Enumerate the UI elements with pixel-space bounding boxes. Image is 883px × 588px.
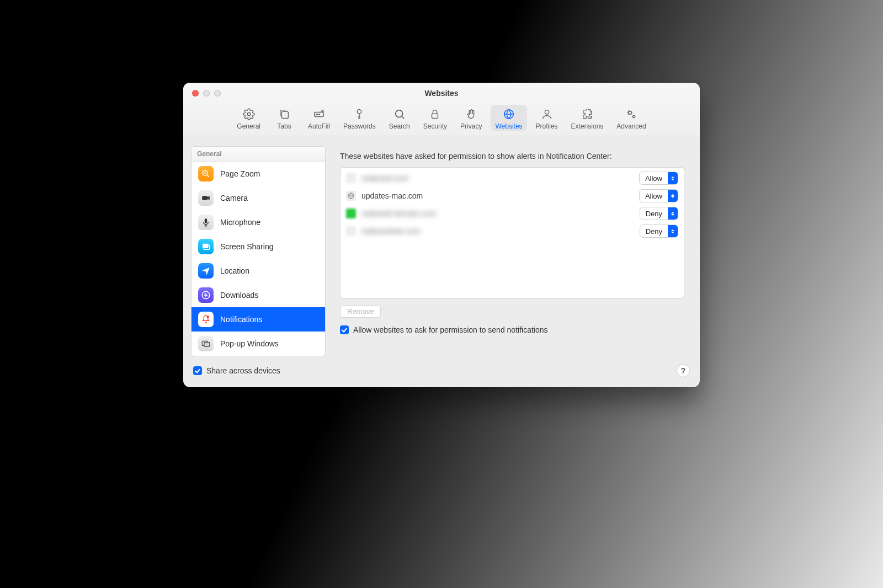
site-domain: redactedsite.com — [361, 227, 421, 236]
sidebar-item-label: Pop-up Windows — [220, 339, 279, 348]
tab-search[interactable]: Search — [385, 105, 414, 131]
permission-select[interactable]: Deny — [640, 207, 678, 220]
svg-point-0 — [247, 113, 251, 116]
site-favicon-icon — [346, 226, 356, 236]
sidebar-item-microphone[interactable]: Microphone — [192, 210, 325, 234]
tab-label: Profiles — [536, 122, 558, 130]
checkbox-checked-icon — [193, 366, 202, 375]
svg-point-19 — [207, 316, 210, 318]
svg-rect-21 — [204, 343, 210, 347]
location-icon — [198, 263, 214, 279]
svg-point-7 — [395, 110, 402, 117]
permission-value: Deny — [640, 227, 668, 236]
tab-advanced[interactable]: Advanced — [612, 105, 650, 131]
tab-security[interactable]: Security — [419, 105, 451, 131]
sidebar-item-downloads[interactable]: Downloads — [192, 283, 325, 307]
permission-select[interactable]: Deny — [640, 224, 678, 238]
tab-label: Security — [423, 122, 447, 130]
svg-point-5 — [319, 114, 320, 115]
permission-select[interactable]: Allow — [639, 172, 678, 185]
tab-label: AutoFill — [308, 122, 330, 130]
globe-favicon-icon — [346, 191, 356, 201]
permission-value: Allow — [640, 192, 668, 200]
share-across-devices-row[interactable]: Share across devices — [193, 366, 280, 375]
tab-privacy[interactable]: Privacy — [456, 105, 486, 131]
tab-general[interactable]: General — [232, 105, 265, 131]
tab-label: Passwords — [343, 122, 376, 130]
sidebar-item-label: Screen Sharing — [220, 242, 274, 251]
content-area: General Page Zoom Camera Microphone — [183, 136, 700, 364]
site-row[interactable]: updates-mac.com Allow — [344, 188, 680, 204]
sidebar-item-location[interactable]: Location — [192, 259, 325, 283]
sidebar-item-camera[interactable]: Camera — [192, 186, 325, 210]
svg-rect-15 — [205, 218, 208, 223]
sidebar-item-notifications[interactable]: Notifications — [192, 307, 325, 332]
tab-tabs[interactable]: Tabs — [269, 105, 299, 131]
svg-point-10 — [545, 110, 549, 114]
gear-icon — [242, 107, 256, 121]
permission-value: Allow — [640, 174, 668, 183]
globe-icon — [502, 107, 516, 121]
checkbox-label: Share across devices — [206, 366, 280, 375]
microphone-icon — [198, 215, 214, 230]
titlebar: Websites — [183, 83, 700, 104]
tab-autofill[interactable]: AutoFill — [304, 105, 334, 131]
sidebar-item-page-zoom[interactable]: Page Zoom — [192, 162, 325, 186]
settings-sidebar: General Page Zoom Camera Microphone — [191, 146, 326, 356]
title-area: Websites General Tabs AutoFill — [183, 83, 700, 136]
site-row[interactable]: redacted-domain.com Deny — [344, 205, 680, 222]
checkbox-label: Allow websites to ask for permission to … — [353, 325, 548, 334]
lock-icon — [428, 107, 442, 121]
chevron-updown-icon — [668, 225, 678, 237]
person-icon — [540, 107, 554, 121]
allow-ask-checkbox-row[interactable]: Allow websites to ask for permission to … — [340, 325, 684, 334]
checkbox-checked-icon — [340, 325, 349, 334]
footer: Share across devices ? — [183, 364, 700, 387]
pencil-icon — [312, 107, 326, 121]
notification-sites-list: redacted.com Allow updates-mac.com Allow — [340, 167, 684, 298]
window-title: Websites — [183, 89, 700, 98]
tab-passwords[interactable]: Passwords — [339, 105, 380, 131]
svg-rect-8 — [432, 114, 438, 118]
sidebar-item-label: Location — [220, 266, 249, 275]
site-row[interactable]: redactedsite.com Deny — [344, 223, 680, 239]
sidebar-item-label: Microphone — [220, 218, 260, 227]
svg-rect-14 — [202, 196, 208, 200]
tab-label: Search — [389, 122, 410, 130]
site-row[interactable]: redacted.com Allow — [344, 170, 680, 186]
preferences-window: Websites General Tabs AutoFill — [183, 83, 700, 387]
site-favicon-icon — [346, 173, 356, 183]
site-domain: redacted-domain.com — [361, 209, 436, 218]
site-domain: redacted.com — [361, 174, 408, 183]
search-icon — [392, 107, 407, 121]
hand-icon — [464, 107, 478, 121]
tab-label: Extensions — [571, 122, 604, 130]
chevron-updown-icon — [668, 207, 678, 220]
help-icon: ? — [681, 366, 686, 375]
sidebar-item-popup-windows[interactable]: Pop-up Windows — [192, 332, 325, 356]
key-icon — [352, 107, 366, 121]
chevron-updown-icon — [668, 190, 678, 202]
tab-label: Websites — [495, 122, 522, 130]
tab-label: Privacy — [460, 122, 482, 130]
panel-description: These websites have asked for permission… — [340, 152, 684, 161]
sidebar-item-label: Camera — [220, 194, 248, 202]
tab-websites[interactable]: Websites — [491, 105, 526, 131]
help-button[interactable]: ? — [677, 364, 690, 377]
svg-point-12 — [632, 115, 635, 117]
camera-icon — [198, 190, 214, 206]
remove-button[interactable]: Remove — [340, 305, 381, 318]
sidebar-section-header: General — [192, 147, 325, 162]
tab-label: General — [237, 122, 260, 130]
sidebar-item-screen-sharing[interactable]: Screen Sharing — [192, 234, 325, 259]
popup-icon — [198, 336, 214, 351]
sidebar-item-label: Page Zoom — [220, 169, 260, 178]
screen-sharing-icon — [198, 239, 214, 254]
below-list-controls: Remove Allow websites to ask for permiss… — [340, 305, 684, 334]
permission-select[interactable]: Allow — [639, 189, 678, 202]
main-panel: These websites have asked for permission… — [332, 146, 692, 356]
tab-extensions[interactable]: Extensions — [567, 105, 608, 131]
tab-profiles[interactable]: Profiles — [531, 105, 562, 131]
puzzle-icon — [580, 107, 594, 121]
sidebar-item-label: Notifications — [220, 315, 262, 324]
